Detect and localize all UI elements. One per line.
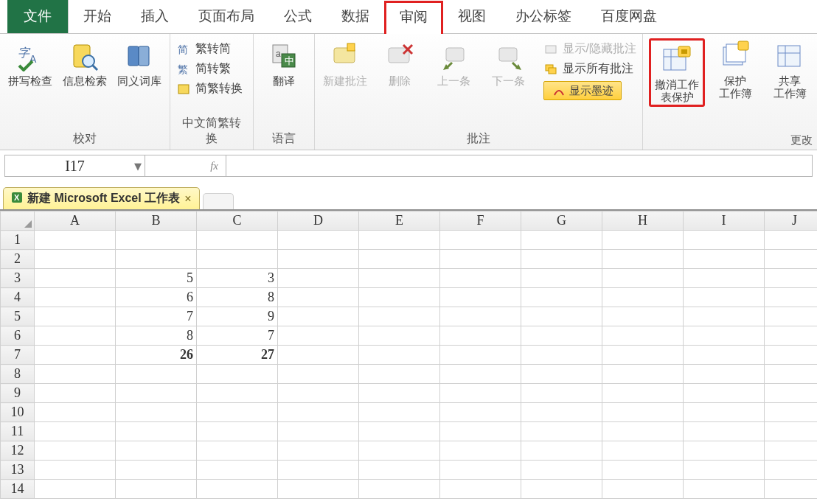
name-box-dropdown-icon[interactable]: ▾ [134, 157, 142, 175]
row-header-2[interactable]: 2 [1, 250, 35, 269]
cell-D11[interactable] [278, 422, 359, 441]
toggle-show-comment-button[interactable]: 显示/隐藏批注 [543, 41, 636, 57]
cell-E7[interactable] [359, 346, 440, 365]
cell-C7[interactable]: 27 [197, 346, 278, 365]
cell-G9[interactable] [521, 384, 602, 403]
cell-I3[interactable] [684, 269, 765, 288]
cell-G3[interactable] [521, 269, 602, 288]
cell-J13[interactable] [765, 461, 818, 480]
cell-A11[interactable] [35, 422, 116, 441]
next-comment-button[interactable]: 下一条 [484, 38, 533, 88]
cell-A10[interactable] [35, 403, 116, 422]
cell-B10[interactable] [116, 403, 197, 422]
cell-E13[interactable] [359, 461, 440, 480]
cell-H1[interactable] [602, 231, 684, 250]
column-header-I[interactable]: I [684, 211, 765, 231]
cell-H11[interactable] [602, 422, 684, 441]
column-header-G[interactable]: G [521, 211, 602, 231]
row-header-7[interactable]: 7 [1, 346, 35, 365]
tab-formulas[interactable]: 公式 [269, 1, 327, 33]
cell-H5[interactable] [602, 307, 684, 326]
cell-G11[interactable] [521, 422, 602, 441]
cell-H2[interactable] [602, 250, 684, 269]
unprotect-sheet-button[interactable]: 撤消工作 表保护 [653, 42, 701, 103]
cell-E3[interactable] [359, 269, 440, 288]
row-header-13[interactable]: 13 [1, 461, 35, 480]
cell-H3[interactable] [602, 269, 684, 288]
column-header-A[interactable]: A [35, 211, 116, 231]
cell-I6[interactable] [684, 326, 765, 346]
cell-F4[interactable] [440, 288, 521, 307]
column-header-E[interactable]: E [359, 211, 440, 231]
cell-J2[interactable] [765, 250, 818, 269]
cell-J8[interactable] [765, 365, 818, 384]
cell-E14[interactable] [359, 480, 440, 499]
tab-page-layout[interactable]: 页面布局 [184, 1, 269, 33]
cell-B5[interactable]: 7 [116, 307, 197, 326]
spreadsheet-grid[interactable]: ABCDEFGHIJ123534685796877262789101112131… [0, 209, 817, 499]
cell-J5[interactable] [765, 307, 818, 326]
cell-B11[interactable] [116, 422, 197, 441]
fx-label[interactable]: fx [210, 160, 218, 172]
tab-home[interactable]: 开始 [69, 1, 126, 33]
cell-J4[interactable] [765, 288, 818, 307]
cell-J9[interactable] [765, 384, 818, 403]
cell-B12[interactable] [116, 441, 197, 461]
cell-D14[interactable] [278, 480, 359, 499]
cell-A6[interactable] [35, 326, 116, 346]
cell-I1[interactable] [684, 231, 765, 250]
column-header-B[interactable]: B [116, 211, 197, 231]
tab-baidu-netdisk[interactable]: 百度网盘 [586, 1, 672, 33]
cell-B4[interactable]: 6 [116, 288, 197, 307]
cell-D2[interactable] [278, 250, 359, 269]
cell-F9[interactable] [440, 384, 521, 403]
cell-F6[interactable] [440, 326, 521, 346]
row-header-9[interactable]: 9 [1, 384, 35, 403]
formula-input[interactable] [226, 155, 812, 176]
show-all-comments-button[interactable]: 显示所有批注 [543, 61, 636, 77]
cell-I2[interactable] [684, 250, 765, 269]
cell-A5[interactable] [35, 307, 116, 326]
cell-C12[interactable] [197, 441, 278, 461]
cell-H9[interactable] [602, 384, 684, 403]
prev-comment-button[interactable]: 上一条 [430, 38, 479, 88]
cell-D6[interactable] [278, 326, 359, 346]
cell-G2[interactable] [521, 250, 602, 269]
cell-J3[interactable] [765, 269, 818, 288]
tab-office-tabs[interactable]: 办公标签 [501, 1, 586, 33]
cell-A4[interactable] [35, 288, 116, 307]
cell-B3[interactable]: 5 [116, 269, 197, 288]
cell-I10[interactable] [684, 403, 765, 422]
share-workbook-button[interactable]: 共享 工作簿 [765, 38, 814, 99]
column-header-C[interactable]: C [197, 211, 278, 231]
cell-B7[interactable]: 26 [116, 346, 197, 365]
cell-G1[interactable] [521, 231, 602, 250]
cell-D8[interactable] [278, 365, 359, 384]
cell-G7[interactable] [521, 346, 602, 365]
cell-G10[interactable] [521, 403, 602, 422]
row-header-12[interactable]: 12 [1, 441, 35, 461]
cell-I14[interactable] [684, 480, 765, 499]
cell-E6[interactable] [359, 326, 440, 346]
cell-C11[interactable] [197, 422, 278, 441]
cell-I9[interactable] [684, 384, 765, 403]
cell-C13[interactable] [197, 461, 278, 480]
cell-F1[interactable] [440, 231, 521, 250]
cell-I11[interactable] [684, 422, 765, 441]
cell-J14[interactable] [765, 480, 818, 499]
cell-D12[interactable] [278, 441, 359, 461]
cell-C3[interactable]: 3 [197, 269, 278, 288]
cell-F3[interactable] [440, 269, 521, 288]
cell-D7[interactable] [278, 346, 359, 365]
cell-I8[interactable] [684, 365, 765, 384]
cell-E10[interactable] [359, 403, 440, 422]
tab-review[interactable]: 审阅 [384, 1, 443, 34]
cell-F8[interactable] [440, 365, 521, 384]
cell-H4[interactable] [602, 288, 684, 307]
row-header-11[interactable]: 11 [1, 422, 35, 441]
cell-H7[interactable] [602, 346, 684, 365]
row-header-1[interactable]: 1 [1, 231, 35, 250]
row-header-14[interactable]: 14 [1, 480, 35, 499]
cell-A8[interactable] [35, 365, 116, 384]
cell-G13[interactable] [521, 461, 602, 480]
